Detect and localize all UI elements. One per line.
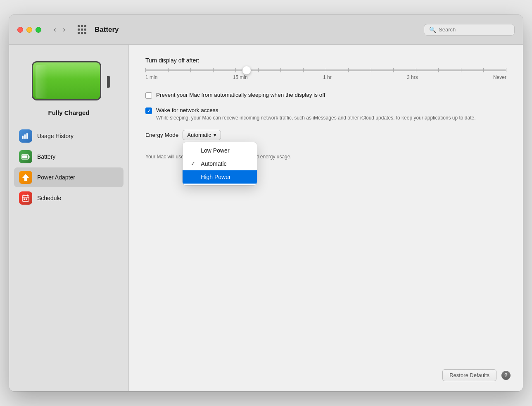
svg-rect-7 [22, 196, 29, 201]
battery-tip [107, 76, 110, 88]
back-button[interactable]: ‹ [51, 24, 59, 36]
traffic-lights [17, 27, 41, 33]
prevent-sleep-checkbox[interactable] [145, 92, 152, 99]
slider-label-1hr: 1 hr [323, 74, 332, 80]
search-icon: 🔍 [429, 26, 436, 33]
svg-rect-0 [22, 136, 24, 139]
display-off-section: Turn display off after: [145, 57, 506, 80]
low-power-label: Low Power [201, 147, 229, 154]
battery-nav-icon [19, 150, 32, 163]
main-content: Fully Charged Usage History [9, 45, 523, 391]
restore-defaults-button[interactable]: Restore Defaults [442, 369, 496, 381]
battery-visual [32, 61, 106, 103]
usage-history-icon [19, 129, 32, 143]
slider-label-never: Never [493, 74, 506, 80]
wake-network-row: ✓ Wake for network access While sleeping… [145, 107, 506, 122]
slider-track[interactable] [145, 69, 506, 71]
sidebar-nav: Usage History Battery [9, 126, 128, 208]
energy-mode-dropdown-menu: Low Power ✓ Automatic High Power [183, 142, 257, 185]
sidebar-item-usage-history-label: Usage History [37, 133, 74, 139]
energy-mode-dropdown-wrapper: Automatic ▾ Low Power ✓ Automatic [183, 130, 221, 140]
bottom-bar: Restore Defaults ? [442, 369, 511, 381]
sidebar-item-schedule-label: Schedule [37, 195, 61, 201]
energy-mode-section: Energy Mode Automatic ▾ Low Power [145, 130, 506, 160]
sidebar-item-schedule[interactable]: Schedule [14, 188, 124, 208]
grid-icon[interactable] [78, 25, 86, 34]
svg-rect-11 [24, 198, 25, 200]
wake-network-label: Wake for network access [156, 107, 476, 113]
sidebar-item-battery[interactable]: Battery [14, 147, 124, 167]
automatic-checkmark: ✓ [191, 160, 197, 167]
chevron-down-icon: ▾ [214, 132, 216, 138]
svg-rect-2 [26, 133, 28, 139]
svg-rect-5 [29, 156, 30, 158]
energy-mode-row: Energy Mode Automatic ▾ Low Power [145, 130, 506, 140]
automatic-label: Automatic [201, 160, 226, 167]
sidebar-item-usage-history[interactable]: Usage History [14, 126, 124, 146]
slider-labels: 1 min 15 min 1 hr 3 hrs Never [145, 74, 506, 80]
power-adapter-icon [19, 171, 32, 184]
svg-rect-1 [24, 134, 26, 139]
display-off-label: Turn display off after: [145, 57, 506, 64]
window-title: Battery [95, 26, 119, 34]
maximize-button[interactable] [36, 27, 41, 33]
wake-network-sublabel: While sleeping, your Mac can receive inc… [156, 115, 476, 122]
wake-network-checkbox[interactable]: ✓ [145, 107, 152, 114]
search-input[interactable] [439, 26, 509, 33]
svg-rect-12 [26, 198, 27, 200]
help-button[interactable]: ? [501, 371, 511, 380]
prevent-sleep-label: Prevent your Mac from automatically slee… [156, 92, 325, 98]
sidebar: Fully Charged Usage History [9, 45, 129, 391]
sidebar-item-battery-label: Battery [37, 153, 55, 160]
schedule-icon [19, 191, 32, 205]
dropdown-item-high-power[interactable]: High Power [183, 170, 257, 184]
svg-rect-4 [22, 155, 27, 158]
sidebar-item-power-adapter-label: Power Adapter [37, 174, 75, 181]
battery-body [32, 61, 101, 100]
battery-icon-container [32, 61, 106, 103]
high-power-label: High Power [201, 174, 230, 180]
minimize-button[interactable] [26, 27, 32, 33]
right-panel: Turn display off after: [129, 45, 523, 391]
slider-label-3hrs: 3 hrs [407, 74, 418, 80]
svg-marker-6 [22, 174, 29, 181]
close-button[interactable] [17, 27, 23, 33]
energy-mode-dropdown-button[interactable]: Automatic ▾ [183, 130, 221, 140]
energy-mode-label: Energy Mode [145, 132, 178, 138]
dropdown-selected-label: Automatic [187, 132, 211, 138]
slider-container [145, 69, 506, 71]
prevent-sleep-row: Prevent your Mac from automatically slee… [145, 92, 506, 99]
nav-buttons: ‹ › [51, 24, 68, 36]
dropdown-item-automatic[interactable]: ✓ Automatic [183, 157, 257, 170]
battery-status-label: Fully Charged [48, 109, 89, 116]
slider-label-15min: 15 min [233, 74, 248, 80]
titlebar: ‹ › Battery 🔍 [9, 15, 523, 45]
wake-network-content: Wake for network access While sleeping, … [156, 107, 476, 122]
sidebar-item-power-adapter[interactable]: Power Adapter [14, 167, 124, 187]
search-bar[interactable]: 🔍 [424, 24, 515, 36]
slider-label-1min: 1 min [145, 74, 157, 80]
slider-thumb[interactable] [242, 66, 251, 74]
battery-reflection [36, 65, 48, 98]
system-preferences-window: ‹ › Battery 🔍 Fully [9, 15, 523, 391]
forward-button[interactable]: › [60, 24, 68, 36]
slider-ticks [145, 68, 506, 72]
dropdown-item-low-power[interactable]: Low Power [183, 144, 257, 157]
